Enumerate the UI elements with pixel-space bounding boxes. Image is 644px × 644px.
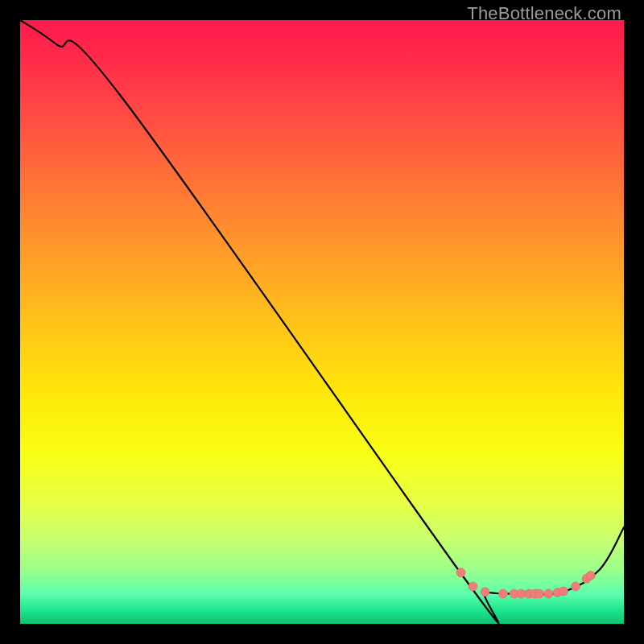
- curve-marker: [481, 588, 489, 597]
- curve-marker: [499, 589, 508, 598]
- bottleneck-curve: [20, 20, 624, 623]
- curve-marker: [517, 589, 526, 598]
- curve-marker: [469, 582, 477, 591]
- curve-marker: [456, 568, 465, 577]
- curve-marker: [544, 589, 553, 598]
- curve-marker: [535, 589, 544, 598]
- chart-frame: TheBottleneck.com: [0, 0, 644, 644]
- plot-area: [20, 20, 624, 624]
- curve-marker: [572, 582, 580, 591]
- curve-layer: [20, 20, 624, 624]
- curve-marker: [559, 587, 568, 596]
- curve-markers: [456, 568, 595, 598]
- curve-marker: [586, 572, 595, 580]
